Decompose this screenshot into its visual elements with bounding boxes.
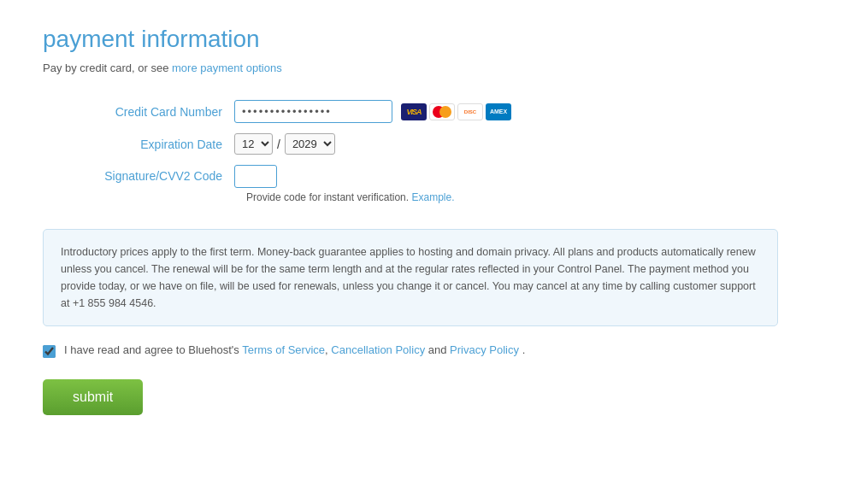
discover-icon: DISC bbox=[457, 103, 483, 120]
cancellation-link[interactable]: Cancellation Policy bbox=[331, 343, 425, 356]
cvv-row: Signature/CVV2 Code Provide code for ins… bbox=[60, 165, 812, 203]
notice-box: Introductory prices apply to the first t… bbox=[43, 229, 778, 326]
submit-button[interactable]: submit bbox=[43, 379, 143, 415]
agreement-prefix: I have read and agree to Bluehost's bbox=[64, 343, 242, 356]
card-icons: VISA DISC AMEX bbox=[401, 103, 511, 120]
credit-card-input[interactable] bbox=[234, 100, 392, 123]
agreement-checkbox[interactable] bbox=[43, 345, 56, 358]
cvv-wrapper: Provide code for instant verification. E… bbox=[234, 165, 454, 203]
expiry-selects: 01 02 03 04 05 06 07 08 09 10 11 12 / 20… bbox=[234, 133, 335, 155]
expiry-separator: / bbox=[277, 138, 280, 151]
agreement-comma: , bbox=[325, 343, 328, 356]
cvv-label: Signature/CVV2 Code bbox=[60, 169, 222, 183]
more-payment-options-link[interactable]: more payment options bbox=[172, 62, 282, 74]
cvv-input[interactable] bbox=[234, 165, 277, 188]
cvv-example-link[interactable]: Example. bbox=[411, 191, 454, 203]
privacy-link[interactable]: Privacy Policy bbox=[450, 343, 519, 356]
credit-card-row: Credit Card Number VISA DISC AMEX bbox=[60, 100, 812, 123]
expiry-month-select[interactable]: 01 02 03 04 05 06 07 08 09 10 11 12 bbox=[234, 133, 273, 155]
tos-link[interactable]: Terms of Service bbox=[242, 343, 325, 356]
agreement-text: I have read and agree to Bluehost's Term… bbox=[64, 343, 525, 356]
expiration-date-row: Expiration Date 01 02 03 04 05 06 07 08 … bbox=[60, 133, 812, 155]
visa-icon: VISA bbox=[401, 103, 427, 120]
mastercard-icon bbox=[429, 103, 455, 120]
amex-icon: AMEX bbox=[486, 103, 511, 120]
notice-text: Introductory prices apply to the first t… bbox=[61, 246, 756, 309]
agreement-and: and bbox=[428, 343, 450, 356]
expiration-label: Expiration Date bbox=[60, 138, 222, 151]
cvv-hint-text: Provide code for instant verification. bbox=[246, 191, 409, 203]
subtitle-text: Pay by credit card, or see bbox=[43, 62, 172, 74]
cvv-hint: Provide code for instant verification. E… bbox=[246, 191, 454, 203]
expiry-year-select[interactable]: 2024 2025 2026 2027 2028 2029 2030 2031 … bbox=[285, 133, 335, 155]
agreement-period: . bbox=[522, 343, 526, 356]
subtitle: Pay by credit card, or see more payment … bbox=[43, 62, 812, 74]
mc-yellow-circle bbox=[439, 106, 451, 118]
page-title: payment information bbox=[43, 26, 812, 53]
payment-form: Credit Card Number VISA DISC AMEX Expira… bbox=[60, 100, 812, 203]
credit-card-label: Credit Card Number bbox=[60, 105, 222, 119]
agreement-row: I have read and agree to Bluehost's Term… bbox=[43, 343, 812, 358]
